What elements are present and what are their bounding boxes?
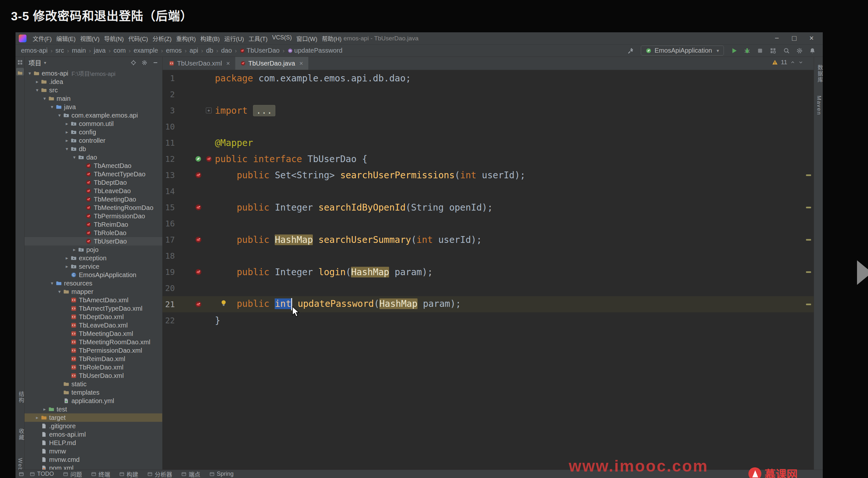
prev-warning-icon[interactable] — [790, 60, 795, 65]
inspections-widget[interactable]: 11 — [772, 59, 803, 66]
tab-close-icon[interactable]: × — [226, 60, 230, 67]
stop-button-icon[interactable] — [757, 47, 763, 54]
bug-button-icon[interactable] — [744, 47, 750, 54]
error-stripe-mark[interactable] — [806, 174, 811, 176]
tree-item-application.yml[interactable]: application.yml — [25, 396, 162, 405]
right-strip-数据库[interactable]: 数据库 — [816, 65, 824, 83]
menu-item-4[interactable]: 代码(C) — [126, 33, 150, 43]
tree-item-TbMeetingDao.xml[interactable]: TbMeetingDao.xml — [25, 329, 162, 338]
gear-icon[interactable] — [796, 47, 803, 54]
search-icon[interactable] — [783, 47, 790, 54]
tree-chevron-icon[interactable]: ▸ — [64, 121, 70, 127]
tree-item-TbPermissionDao.xml[interactable]: TbPermissionDao.xml — [25, 346, 162, 355]
menu-item-11[interactable]: 窗口(W) — [294, 33, 319, 43]
tree-item-TbRoleDao[interactable]: TbRoleDao — [25, 229, 162, 237]
tree-chevron-icon[interactable]: ▸ — [64, 129, 70, 135]
tree-item-db[interactable]: ▾db — [25, 145, 162, 153]
settings-gear-icon[interactable] — [142, 60, 147, 66]
editor-tab-TbUserDao.xml[interactable]: TbUserDao.xml× — [164, 57, 235, 70]
tree-item-TbLeaveDao[interactable]: TbLeaveDao — [25, 187, 162, 195]
status-item-TODO[interactable]: TODO — [30, 471, 54, 477]
mybatis-bird-icon[interactable] — [195, 268, 202, 276]
tree-item-exception[interactable]: ▸exception — [25, 254, 162, 262]
line-number[interactable]: 11 — [162, 138, 176, 148]
left-strip-收藏[interactable]: 收藏 — [17, 428, 25, 441]
tree-item-.idea[interactable]: ▸.idea — [25, 77, 162, 86]
editor-tab-TbUserDao.java[interactable]: TbUserDao.java× — [235, 57, 308, 70]
breadcrumb-item-example[interactable]: example — [132, 46, 159, 55]
toolwindow-toggle-icon[interactable] — [19, 472, 24, 477]
menu-item-2[interactable]: 视图(V) — [78, 33, 102, 43]
spring-leaf-icon[interactable] — [195, 155, 202, 162]
maximize-button[interactable]: □ — [792, 34, 797, 43]
tree-item-dao[interactable]: ▾dao — [25, 153, 162, 161]
breadcrumb-item-api[interactable]: api — [189, 46, 199, 55]
play-button-icon[interactable] — [731, 47, 738, 54]
breadcrumb-item-updatePassword[interactable]: updatePassword — [287, 46, 343, 55]
line-number[interactable]: 14 — [162, 187, 176, 196]
locate-file-icon[interactable] — [130, 60, 136, 66]
tree-item-common.util[interactable]: ▸common.util — [25, 120, 162, 128]
mybatis-bird-icon[interactable] — [195, 171, 202, 179]
breadcrumb-item-emos-api[interactable]: emos-api — [20, 46, 49, 55]
breadcrumb-item-db[interactable]: db — [205, 46, 214, 55]
breadcrumb-item-src[interactable]: src — [55, 46, 65, 55]
mybatis-bird-icon[interactable] — [195, 236, 202, 243]
intention-bulb-icon[interactable] — [220, 299, 227, 307]
tree-chevron-icon[interactable]: ▸ — [34, 415, 40, 420]
menu-item-7[interactable]: 构建(B) — [198, 33, 222, 43]
tree-item-TbPermissionDao[interactable]: TbPermissionDao — [25, 212, 162, 220]
tree-chevron-icon[interactable]: ▸ — [34, 79, 40, 85]
breadcrumb-item-main[interactable]: main — [71, 46, 87, 55]
bell-icon[interactable] — [809, 47, 816, 54]
video-next-arrow-icon[interactable] — [857, 260, 868, 285]
tree-item-service[interactable]: ▸service — [25, 262, 162, 270]
build-hammer-slot[interactable] — [627, 47, 634, 54]
line-number[interactable]: 17 — [162, 235, 176, 245]
menu-item-6[interactable]: 重构(R) — [174, 33, 198, 43]
status-item-端点[interactable]: 端点 — [181, 470, 200, 478]
tree-chevron-icon[interactable]: ▸ — [41, 406, 48, 412]
tree-item-emos-api.iml[interactable]: emos-api.iml — [25, 430, 162, 439]
tree-item-TbAmectDao.xml[interactable]: TbAmectDao.xml — [25, 296, 162, 304]
error-stripe-mark[interactable] — [806, 207, 811, 208]
tree-chevron-icon[interactable]: ▾ — [71, 154, 78, 160]
tree-item-static[interactable]: static — [25, 380, 162, 388]
tree-item-.gitignore[interactable]: .gitignore — [25, 422, 162, 430]
line-number[interactable]: 21 — [162, 300, 176, 309]
line-number[interactable]: 19 — [162, 267, 176, 277]
line-number[interactable]: 20 — [162, 284, 176, 293]
tree-item-mapper[interactable]: ▾mapper — [25, 287, 162, 296]
tree-item-TbAmectTypeDao[interactable]: TbAmectTypeDao — [25, 170, 162, 178]
line-number[interactable]: 22 — [162, 316, 176, 325]
tree-item-java[interactable]: ▾java — [25, 103, 162, 111]
line-number[interactable]: 15 — [162, 203, 176, 212]
tree-item-TbMeetingDao[interactable]: TbMeetingDao — [25, 195, 162, 203]
left-strip-Web[interactable]: Web — [17, 458, 23, 471]
error-stripe-mark[interactable] — [806, 239, 811, 241]
tree-chevron-icon[interactable]: ▾ — [41, 96, 48, 101]
tree-chevron-icon[interactable]: ▸ — [64, 255, 70, 261]
tree-chevron-icon[interactable]: ▸ — [71, 247, 78, 253]
tree-item-TbReimDao.xml[interactable]: TbReimDao.xml — [25, 355, 162, 363]
line-number[interactable]: 16 — [162, 219, 176, 228]
menu-item-10[interactable]: VCS(S) — [270, 33, 294, 43]
tree-item-emos-api[interactable]: ▾emos-apiF:\项目\emos-api — [25, 69, 162, 77]
tree-item-HELP.md[interactable]: HELP.md — [25, 439, 162, 447]
tree-item-TbReimDao[interactable]: TbReimDao — [25, 220, 162, 229]
tree-item-TbMeetingRoomDao.xml[interactable]: TbMeetingRoomDao.xml — [25, 338, 162, 346]
status-item-构建[interactable]: 构建 — [119, 470, 138, 478]
right-strip-Maven[interactable]: Maven — [816, 96, 822, 115]
tree-item-pojo[interactable]: ▸pojo — [25, 246, 162, 254]
tree-item-TbDeptDao[interactable]: TbDeptDao — [25, 178, 162, 187]
tree-item-EmosApiApplication[interactable]: EmosApiApplication — [25, 270, 162, 279]
menu-item-0[interactable]: 文件(F) — [30, 33, 54, 43]
error-stripe-mark[interactable] — [806, 271, 811, 273]
mybatis-bird-icon[interactable] — [206, 155, 212, 162]
tree-item-TbLeaveDao.xml[interactable]: TbLeaveDao.xml — [25, 321, 162, 329]
tree-chevron-icon[interactable]: ▾ — [56, 113, 63, 118]
line-number[interactable]: 3 — [162, 106, 176, 115]
tree-chevron-icon[interactable]: ▸ — [64, 263, 70, 269]
tree-item-src[interactable]: ▾src — [25, 86, 162, 94]
tree-item-TbUserDao[interactable]: TbUserDao — [25, 237, 162, 246]
